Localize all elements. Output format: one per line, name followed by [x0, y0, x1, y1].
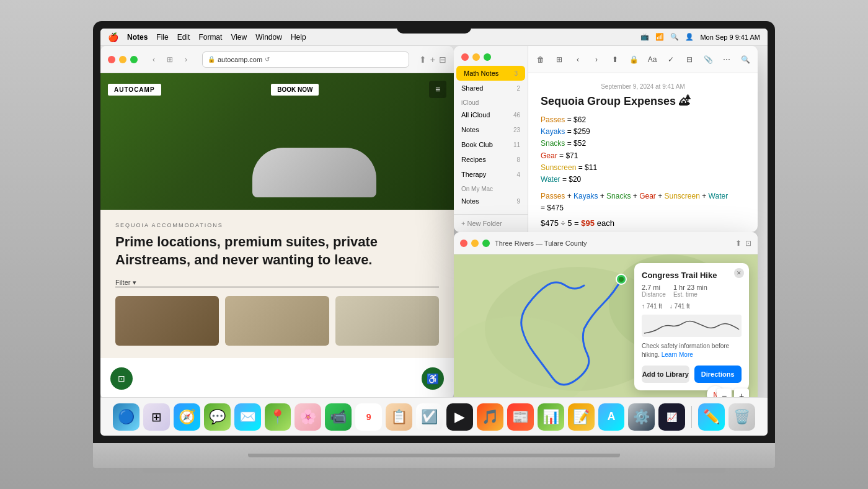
notes-item-therapy[interactable]: Therapy 4	[454, 167, 528, 182]
checklist-button[interactable]: ✓	[663, 52, 678, 67]
trail-time: 1 hr 23 min Est. time	[673, 284, 707, 298]
maps-close-button[interactable]	[460, 240, 467, 247]
close-button[interactable]	[108, 56, 115, 63]
dock-appletv[interactable]: ▶	[446, 403, 473, 431]
search-menubar-icon[interactable]: 🔍	[670, 33, 679, 41]
dock-reminders[interactable]: ☑️	[416, 403, 443, 431]
notes-maximize-button[interactable]	[484, 53, 491, 61]
delete-note-button[interactable]: 🗑	[533, 52, 548, 67]
card-close-button[interactable]: ✕	[734, 268, 744, 278]
apple-menu[interactable]: 🍎	[108, 32, 118, 42]
dock-system-prefs[interactable]: ⚙️	[628, 403, 655, 431]
maps-fullscreen-icon[interactable]: ⊡	[745, 239, 751, 248]
notes-search-button[interactable]: 🔍	[738, 52, 753, 67]
dock-pages[interactable]: 📝	[568, 403, 595, 431]
menu-help[interactable]: Help	[291, 33, 306, 42]
notes-window-controls	[454, 46, 528, 66]
reload-icon[interactable]: ↺	[265, 56, 270, 63]
control-center-icon[interactable]: 📺	[640, 33, 649, 41]
zoom-minus-button[interactable]: −	[717, 388, 732, 397]
lock-note-button[interactable]: 🔒	[626, 52, 641, 67]
directions-button[interactable]: Directions	[694, 366, 742, 383]
notes-item-notes[interactable]: Notes 23	[454, 122, 528, 137]
wifi-icon[interactable]: 📶	[655, 33, 664, 41]
accessibility-button[interactable]: ♿	[422, 367, 444, 390]
notes-minimize-button[interactable]	[472, 53, 480, 61]
dock-safari[interactable]: 🧭	[174, 403, 200, 431]
dock-calendar[interactable]: 9	[355, 403, 382, 431]
back-button[interactable]: ‹	[148, 53, 160, 66]
notes-item-mac-notes[interactable]: Notes 9	[454, 194, 528, 209]
more-options-button[interactable]: ⋯	[719, 52, 734, 67]
menu-window[interactable]: Window	[255, 33, 282, 42]
descent: ↓ 741 ft	[670, 303, 690, 310]
zoom-plus-button[interactable]: +	[734, 388, 749, 397]
dock-mail[interactable]: ✉️	[234, 403, 261, 431]
prev-note-button[interactable]: ‹	[570, 52, 585, 67]
freeform-icon: ✏️	[703, 409, 720, 425]
menu-edit[interactable]: Edit	[177, 33, 190, 42]
presentation-button[interactable]: ⊡	[110, 367, 133, 390]
filter-link[interactable]: Filter ▾	[115, 279, 439, 287]
user-icon[interactable]: 👤	[685, 33, 694, 41]
menu-notes[interactable]: Notes	[127, 33, 148, 42]
display: 🍎 Notes File Edit Format View Window Hel…	[100, 29, 768, 436]
dock-messages[interactable]: 💬	[204, 403, 231, 431]
notes-item-shared[interactable]: Shared 2	[454, 81, 528, 96]
add-to-library-button[interactable]: Add to Library	[642, 366, 689, 383]
maps-share-icon[interactable]: ⬆	[735, 239, 742, 248]
share-note-button[interactable]: ⬆	[608, 52, 622, 67]
book-now-button[interactable]: BOOK NOW	[271, 84, 319, 96]
menu-view[interactable]: View	[231, 33, 247, 42]
hamburger-menu[interactable]: ≡	[429, 81, 446, 98]
property-card-3[interactable]	[335, 296, 439, 346]
format-text-button[interactable]: Aa	[645, 52, 660, 67]
facetime-icon: 📹	[330, 409, 347, 425]
property-card-2[interactable]	[225, 296, 329, 346]
address-bar[interactable]: 🔒 autocamp.com ↺	[202, 52, 409, 68]
notes-item-book-club[interactable]: Book Club 11	[454, 137, 528, 152]
dock-news[interactable]: 📰	[507, 403, 534, 431]
new-folder-button[interactable]: + New Folder	[454, 214, 528, 232]
svg-rect-6	[642, 315, 742, 337]
dock-contacts[interactable]: 📋	[386, 403, 412, 431]
table-view-button[interactable]: ⊞	[552, 52, 567, 67]
sum-water: Water	[709, 192, 728, 200]
property-card-1[interactable]	[115, 296, 219, 346]
dock-facetime[interactable]: 📹	[325, 403, 352, 431]
menu-file[interactable]: File	[156, 33, 168, 42]
notes-item-math-notes[interactable]: Math Notes 3	[456, 66, 525, 81]
minimize-button[interactable]	[119, 56, 126, 63]
dock-numbers[interactable]: 📊	[538, 403, 564, 431]
dock-appstore[interactable]: A	[598, 403, 625, 431]
dock-finder[interactable]: 🔵	[113, 403, 140, 431]
division-line: $475 ÷ 5 = $95 each	[541, 218, 745, 228]
share-icon[interactable]: ⬆	[419, 55, 427, 65]
notes-close-button[interactable]	[461, 53, 469, 61]
system-prefs-icon: ⚙️	[633, 409, 650, 425]
maps-maximize-button[interactable]	[482, 240, 490, 247]
contacts-icon: 📋	[391, 409, 407, 425]
dock-music[interactable]: 🎵	[477, 403, 503, 431]
sidebar-toggle-icon[interactable]: ⊟	[439, 55, 446, 65]
next-note-button[interactable]: ›	[589, 52, 604, 67]
dock-launchpad[interactable]: ⊞	[143, 403, 170, 431]
dock-photos[interactable]: 🌸	[294, 403, 321, 431]
notes-item-all-icloud[interactable]: All iCloud 46	[454, 107, 528, 122]
dock-maps[interactable]: 📍	[265, 403, 291, 431]
new-tab-icon[interactable]: +	[430, 55, 435, 65]
maximize-button[interactable]	[130, 56, 138, 63]
dock-istat[interactable]: 📈	[658, 403, 685, 431]
dock-freeform[interactable]: ✏️	[698, 403, 725, 431]
menu-format[interactable]: Format	[198, 33, 222, 42]
dock-trash[interactable]: 🗑️	[728, 403, 755, 431]
maps-minimize-button[interactable]	[471, 240, 479, 247]
note-date: September 9, 2024 at 9:41 AM	[541, 83, 745, 90]
expense-kayaks: Kayaks = $259	[541, 126, 745, 138]
grid-button[interactable]: ⊟	[682, 52, 697, 67]
forward-button[interactable]: ›	[180, 53, 192, 66]
attachment-button[interactable]: 📎	[701, 52, 715, 67]
learn-more-link[interactable]: Learn More	[662, 351, 693, 358]
tab-grid-icon[interactable]: ⊞	[164, 53, 176, 66]
notes-item-recipes[interactable]: Recipes 8	[454, 152, 528, 167]
